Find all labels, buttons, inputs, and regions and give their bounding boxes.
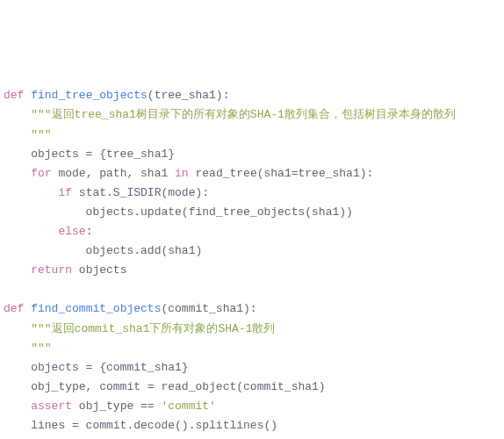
code-text: read_tree(sha1=tree_sha1): [189, 167, 374, 180]
code-text [4, 108, 31, 121]
code-text [4, 167, 31, 180]
code-text: (tree_sha1): [148, 89, 230, 102]
keyword-def: def [4, 302, 24, 315]
function-name: find_tree_objects [31, 89, 148, 102]
docstring: """ [4, 128, 52, 141]
keyword-if: if [58, 186, 72, 199]
code-text [4, 399, 31, 413]
code-text [4, 263, 31, 277]
code-text: obj_type == [72, 399, 161, 413]
code-block: def find_tree_objects(tree_sha1): """返回t… [4, 86, 500, 439]
code-text [4, 186, 58, 199]
code-text: objects.add(sha1) [4, 244, 202, 257]
code-text: objects = {commit_sha1} [4, 361, 189, 374]
code-text: obj_type, commit = read_object(commit_sh… [4, 380, 326, 393]
docstring: """返回tree_sha1树目录下的所有对象的SHA-1散列集合，包括树目录本… [31, 108, 456, 121]
keyword-return: return [31, 263, 72, 277]
code-text [4, 322, 31, 335]
code-text: lines = commit.decode().splitlines() [4, 419, 277, 432]
keyword-def: def [4, 89, 24, 102]
docstring: """ [4, 342, 52, 355]
keyword-for: for [31, 167, 51, 180]
code-text: objects.update(find_tree_objects(sha1)) [4, 205, 353, 219]
keyword-assert: assert [31, 399, 72, 413]
code-text: objects [72, 263, 126, 277]
docstring: """返回commit_sha1下所有对象的SHA-1散列 [31, 322, 275, 335]
function-name: find_commit_objects [31, 302, 161, 315]
code-text: : [86, 225, 93, 238]
keyword-else: else [58, 225, 85, 238]
keyword-in: in [175, 167, 189, 180]
code-text [4, 225, 58, 238]
code-text: mode, path, sha1 [52, 167, 175, 180]
code-text: (commit_sha1): [161, 302, 256, 315]
code-text: stat.S_ISDIR(mode): [72, 186, 209, 199]
string-literal: 'commit' [161, 399, 215, 413]
code-text: objects = {tree_sha1} [4, 148, 175, 161]
